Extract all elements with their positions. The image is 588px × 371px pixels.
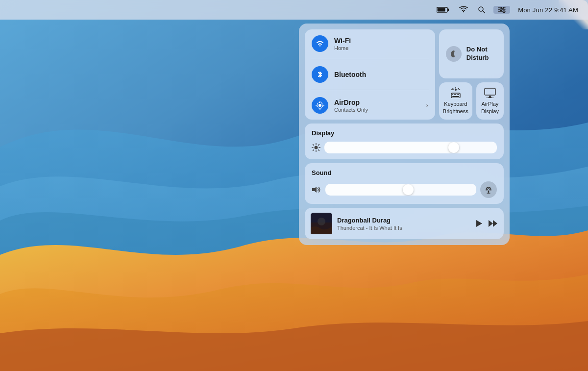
control-center-panel: Wi-Fi Home Bluetooth: [299, 24, 510, 245]
wifi-menubar-icon[interactable]: [457, 5, 470, 14]
cc-airdrop-row[interactable]: AirDrop Contacts Only ›: [312, 97, 428, 114]
cc-top-row: Wi-Fi Home Bluetooth: [305, 29, 504, 120]
svg-point-15: [318, 104, 321, 107]
cc-dnd-tile[interactable]: Do Not Disturb: [439, 29, 504, 78]
airdrop-chevron: ›: [426, 102, 428, 109]
track-artist: Thundercat - It Is What It Is: [337, 225, 469, 231]
svg-line-5: [483, 11, 485, 13]
cc-right-col: Do Not Disturb: [439, 29, 504, 120]
player-controls: [474, 219, 498, 228]
album-art: [311, 213, 332, 234]
airplay-display-icon: [484, 87, 496, 98]
brightness-icon: [312, 143, 320, 152]
display-slider-row: [312, 142, 497, 153]
bluetooth-icon: [312, 66, 328, 83]
svg-line-39: [313, 150, 314, 151]
svg-line-38: [318, 150, 319, 151]
track-info: Dragonball Durag Thundercat - It Is What…: [337, 217, 469, 231]
cc-nowplaying-section: Dragonball Durag Thundercat - It Is What…: [305, 208, 504, 239]
airdrop-text: AirDrop Contacts Only: [334, 99, 368, 113]
dnd-icon: [446, 46, 462, 62]
wifi-text: Wi-Fi Home: [334, 37, 351, 51]
menubar-datetime[interactable]: Mon Jun 22 9:41 AM: [516, 5, 580, 15]
svg-line-37: [313, 145, 314, 146]
cc-display-section: Display: [305, 124, 504, 159]
cc-keyboard-brightness-tile[interactable]: Keyboard Brightness: [439, 82, 472, 120]
keyboard-brightness-icon: [449, 87, 462, 98]
sound-section-title: Sound: [312, 169, 497, 176]
svg-point-24: [455, 89, 457, 91]
svg-rect-30: [485, 88, 495, 95]
svg-point-13: [503, 11, 505, 13]
svg-point-32: [315, 146, 318, 149]
svg-point-10: [500, 9, 502, 11]
sound-slider-row: [312, 181, 497, 198]
svg-line-26: [453, 89, 453, 89]
sound-airplay-button[interactable]: [480, 181, 497, 198]
svg-rect-2: [448, 9, 449, 11]
cc-bluetooth-row[interactable]: Bluetooth: [312, 66, 428, 83]
svg-rect-3: [438, 8, 445, 12]
svg-marker-48: [476, 220, 482, 227]
brightness-slider[interactable]: [324, 142, 497, 153]
svg-point-7: [502, 7, 504, 9]
bluetooth-text: Bluetooth: [334, 71, 366, 78]
svg-rect-17: [451, 93, 460, 98]
search-menubar-icon[interactable]: [476, 5, 488, 15]
svg-marker-50: [493, 220, 497, 227]
svg-line-27: [458, 89, 458, 89]
volume-icon: [312, 186, 321, 194]
skip-button[interactable]: [488, 220, 498, 227]
track-title: Dragonball Durag: [337, 217, 469, 224]
svg-marker-41: [312, 187, 317, 193]
svg-line-40: [318, 145, 319, 146]
svg-marker-49: [489, 220, 493, 227]
cc-bottom-tiles: Keyboard Brightness AirPlay Display: [439, 82, 504, 120]
menubar: Mon Jun 22 9:41 AM: [0, 0, 588, 20]
cc-connectivity-block: Wi-Fi Home Bluetooth: [305, 29, 435, 120]
control-center-menubar-icon[interactable]: [493, 6, 510, 14]
airdrop-icon: [312, 97, 328, 114]
play-button[interactable]: [474, 219, 483, 228]
cc-divider-1: [311, 59, 429, 59]
cc-wifi-row[interactable]: Wi-Fi Home: [312, 35, 428, 52]
wifi-icon: [312, 35, 328, 52]
svg-point-47: [318, 218, 325, 225]
battery-icon[interactable]: [435, 5, 451, 14]
cc-sound-section: Sound: [305, 163, 504, 204]
display-section-title: Display: [312, 129, 497, 137]
volume-slider[interactable]: [325, 184, 476, 196]
cc-divider-2: [311, 90, 429, 90]
cc-airplay-display-tile[interactable]: AirPlay Display: [476, 82, 504, 120]
